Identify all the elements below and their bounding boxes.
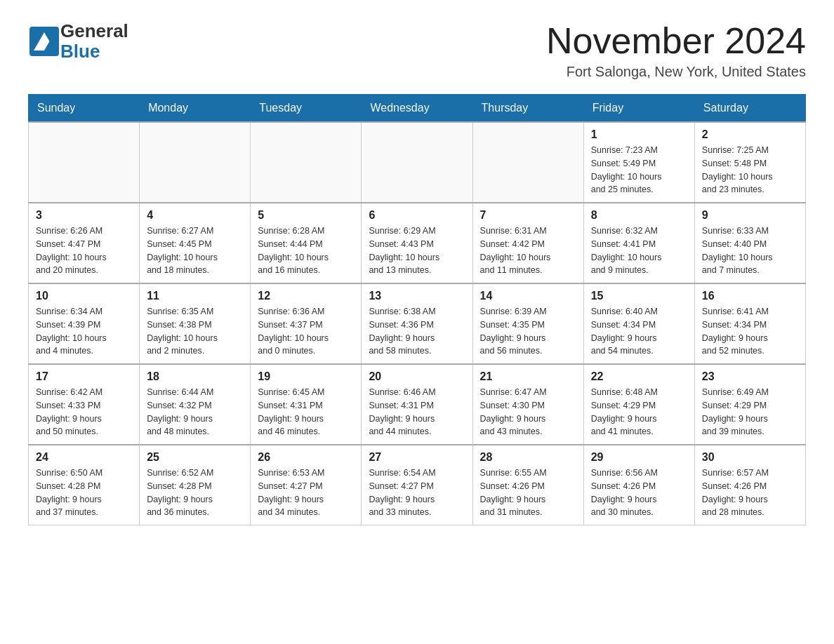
day-info: Sunrise: 6:53 AM Sunset: 4:27 PM Dayligh… <box>258 467 354 519</box>
calendar-cell: 11Sunrise: 6:35 AM Sunset: 4:38 PM Dayli… <box>140 283 251 364</box>
calendar-cell <box>362 122 472 203</box>
calendar-cell: 13Sunrise: 6:38 AM Sunset: 4:36 PM Dayli… <box>362 283 472 364</box>
day-info: Sunrise: 6:57 AM Sunset: 4:26 PM Dayligh… <box>702 467 798 519</box>
day-info: Sunrise: 6:35 AM Sunset: 4:38 PM Dayligh… <box>147 305 243 358</box>
calendar-cell: 29Sunrise: 6:56 AM Sunset: 4:26 PM Dayli… <box>583 445 694 525</box>
day-info: Sunrise: 6:54 AM Sunset: 4:27 PM Dayligh… <box>369 467 465 519</box>
weekday-header-tuesday: Tuesday <box>251 95 362 123</box>
day-info: Sunrise: 6:27 AM Sunset: 4:45 PM Dayligh… <box>147 224 243 277</box>
week-row-1: 1Sunrise: 7:23 AM Sunset: 5:49 PM Daylig… <box>29 122 806 203</box>
calendar-cell: 22Sunrise: 6:48 AM Sunset: 4:29 PM Dayli… <box>583 364 694 445</box>
day-number: 8 <box>591 209 687 222</box>
location-subtitle: Fort Salonga, New York, United States <box>546 64 806 80</box>
title-section: November 2024 Fort Salonga, New York, Un… <box>546 21 806 80</box>
day-number: 20 <box>369 370 465 383</box>
day-number: 28 <box>480 451 576 464</box>
calendar-cell: 24Sunrise: 6:50 AM Sunset: 4:28 PM Dayli… <box>29 445 140 525</box>
day-number: 17 <box>36 370 132 383</box>
day-info: Sunrise: 7:25 AM Sunset: 5:48 PM Dayligh… <box>702 144 798 196</box>
day-number: 9 <box>702 209 798 222</box>
day-info: Sunrise: 6:47 AM Sunset: 4:30 PM Dayligh… <box>480 386 576 438</box>
day-number: 30 <box>702 451 798 464</box>
calendar-cell: 30Sunrise: 6:57 AM Sunset: 4:26 PM Dayli… <box>694 445 805 525</box>
day-info: Sunrise: 6:34 AM Sunset: 4:39 PM Dayligh… <box>36 305 132 358</box>
calendar-cell <box>251 122 362 203</box>
day-number: 23 <box>702 370 798 383</box>
calendar-cell: 18Sunrise: 6:44 AM Sunset: 4:32 PM Dayli… <box>140 364 251 445</box>
day-number: 26 <box>258 451 354 464</box>
calendar-cell: 23Sunrise: 6:49 AM Sunset: 4:29 PM Dayli… <box>694 364 805 445</box>
calendar-cell: 6Sunrise: 6:29 AM Sunset: 4:43 PM Daylig… <box>362 203 472 283</box>
calendar-cell: 1Sunrise: 7:23 AM Sunset: 5:49 PM Daylig… <box>583 122 694 203</box>
calendar-cell: 4Sunrise: 6:27 AM Sunset: 4:45 PM Daylig… <box>140 203 251 283</box>
day-number: 2 <box>702 128 798 141</box>
day-info: Sunrise: 6:55 AM Sunset: 4:26 PM Dayligh… <box>480 467 576 519</box>
day-info: Sunrise: 6:49 AM Sunset: 4:29 PM Dayligh… <box>702 386 798 438</box>
weekday-header-saturday: Saturday <box>694 95 805 123</box>
calendar-cell: 2Sunrise: 7:25 AM Sunset: 5:48 PM Daylig… <box>694 122 805 203</box>
day-info: Sunrise: 6:32 AM Sunset: 4:41 PM Dayligh… <box>591 224 687 277</box>
day-info: Sunrise: 7:23 AM Sunset: 5:49 PM Dayligh… <box>591 144 687 196</box>
day-number: 19 <box>258 370 354 383</box>
calendar-cell: 9Sunrise: 6:33 AM Sunset: 4:40 PM Daylig… <box>694 203 805 283</box>
calendar-cell: 19Sunrise: 6:45 AM Sunset: 4:31 PM Dayli… <box>251 364 362 445</box>
calendar-cell: 27Sunrise: 6:54 AM Sunset: 4:27 PM Dayli… <box>362 445 472 525</box>
day-info: Sunrise: 6:40 AM Sunset: 4:34 PM Dayligh… <box>591 305 687 358</box>
day-number: 16 <box>702 290 798 302</box>
weekday-header-thursday: Thursday <box>472 95 583 123</box>
calendar-cell: 15Sunrise: 6:40 AM Sunset: 4:34 PM Dayli… <box>583 283 694 364</box>
day-number: 18 <box>147 370 243 383</box>
calendar-cell: 8Sunrise: 6:32 AM Sunset: 4:41 PM Daylig… <box>583 203 694 283</box>
day-number: 24 <box>36 451 132 464</box>
calendar-cell: 28Sunrise: 6:55 AM Sunset: 4:26 PM Dayli… <box>472 445 583 525</box>
weekday-header-monday: Monday <box>140 95 251 123</box>
calendar-cell: 17Sunrise: 6:42 AM Sunset: 4:33 PM Dayli… <box>29 364 140 445</box>
weekday-header-friday: Friday <box>583 95 694 123</box>
logo-text: General Blue <box>60 21 128 61</box>
day-number: 3 <box>36 209 132 222</box>
weekday-header-sunday: Sunday <box>29 95 140 123</box>
week-row-4: 17Sunrise: 6:42 AM Sunset: 4:33 PM Dayli… <box>29 364 806 445</box>
calendar-cell: 12Sunrise: 6:36 AM Sunset: 4:37 PM Dayli… <box>251 283 362 364</box>
logo: General Blue <box>28 21 128 61</box>
day-info: Sunrise: 6:46 AM Sunset: 4:31 PM Dayligh… <box>369 386 465 438</box>
page-header: General Blue November 2024 Fort Salonga,… <box>28 21 806 80</box>
day-info: Sunrise: 6:36 AM Sunset: 4:37 PM Dayligh… <box>258 305 354 358</box>
day-number: 4 <box>147 209 243 222</box>
calendar-cell: 21Sunrise: 6:47 AM Sunset: 4:30 PM Dayli… <box>472 364 583 445</box>
calendar-cell: 26Sunrise: 6:53 AM Sunset: 4:27 PM Dayli… <box>251 445 362 525</box>
day-info: Sunrise: 6:45 AM Sunset: 4:31 PM Dayligh… <box>258 386 354 438</box>
week-row-5: 24Sunrise: 6:50 AM Sunset: 4:28 PM Dayli… <box>29 445 806 525</box>
calendar-cell: 3Sunrise: 6:26 AM Sunset: 4:47 PM Daylig… <box>29 203 140 283</box>
day-info: Sunrise: 6:52 AM Sunset: 4:28 PM Dayligh… <box>147 467 243 519</box>
day-info: Sunrise: 6:41 AM Sunset: 4:34 PM Dayligh… <box>702 305 798 358</box>
calendar-cell: 20Sunrise: 6:46 AM Sunset: 4:31 PM Dayli… <box>362 364 472 445</box>
day-info: Sunrise: 6:56 AM Sunset: 4:26 PM Dayligh… <box>591 467 687 519</box>
day-number: 27 <box>369 451 465 464</box>
day-info: Sunrise: 6:26 AM Sunset: 4:47 PM Dayligh… <box>36 224 132 277</box>
day-info: Sunrise: 6:33 AM Sunset: 4:40 PM Dayligh… <box>702 224 798 277</box>
calendar-cell: 16Sunrise: 6:41 AM Sunset: 4:34 PM Dayli… <box>694 283 805 364</box>
day-number: 21 <box>480 370 576 383</box>
day-number: 29 <box>591 451 687 464</box>
calendar-table: SundayMondayTuesdayWednesdayThursdayFrid… <box>28 94 806 525</box>
day-info: Sunrise: 6:31 AM Sunset: 4:42 PM Dayligh… <box>480 224 576 277</box>
calendar-cell: 25Sunrise: 6:52 AM Sunset: 4:28 PM Dayli… <box>140 445 251 525</box>
day-number: 12 <box>258 290 354 302</box>
day-number: 10 <box>36 290 132 302</box>
calendar-cell: 5Sunrise: 6:28 AM Sunset: 4:44 PM Daylig… <box>251 203 362 283</box>
day-number: 5 <box>258 209 354 222</box>
week-row-2: 3Sunrise: 6:26 AM Sunset: 4:47 PM Daylig… <box>29 203 806 283</box>
day-info: Sunrise: 6:44 AM Sunset: 4:32 PM Dayligh… <box>147 386 243 438</box>
day-info: Sunrise: 6:38 AM Sunset: 4:36 PM Dayligh… <box>369 305 465 358</box>
day-number: 22 <box>591 370 687 383</box>
month-title: November 2024 <box>546 21 806 61</box>
calendar-cell <box>29 122 140 203</box>
day-number: 14 <box>480 290 576 302</box>
weekday-header-row: SundayMondayTuesdayWednesdayThursdayFrid… <box>29 95 806 123</box>
day-number: 1 <box>591 128 687 141</box>
day-number: 13 <box>369 290 465 302</box>
weekday-header-wednesday: Wednesday <box>362 95 472 123</box>
day-number: 11 <box>147 290 243 302</box>
day-info: Sunrise: 6:28 AM Sunset: 4:44 PM Dayligh… <box>258 224 354 277</box>
